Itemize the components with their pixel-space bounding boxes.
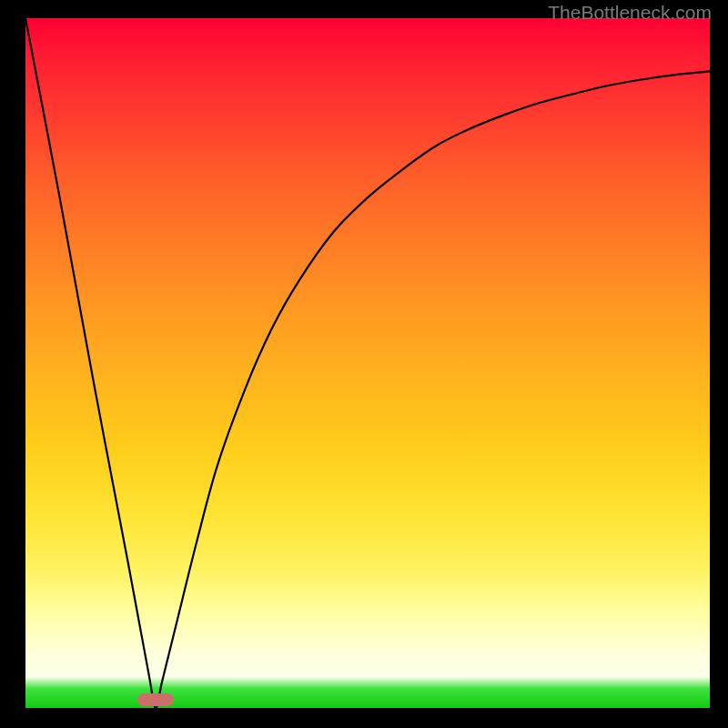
plot-area xyxy=(25,18,710,708)
optimal-range-marker xyxy=(137,693,174,706)
outer-frame: TheBottleneck.com xyxy=(0,0,728,728)
watermark-text: TheBottleneck.com xyxy=(548,2,712,24)
bottleneck-curve xyxy=(25,18,710,708)
curve-path xyxy=(25,18,710,708)
